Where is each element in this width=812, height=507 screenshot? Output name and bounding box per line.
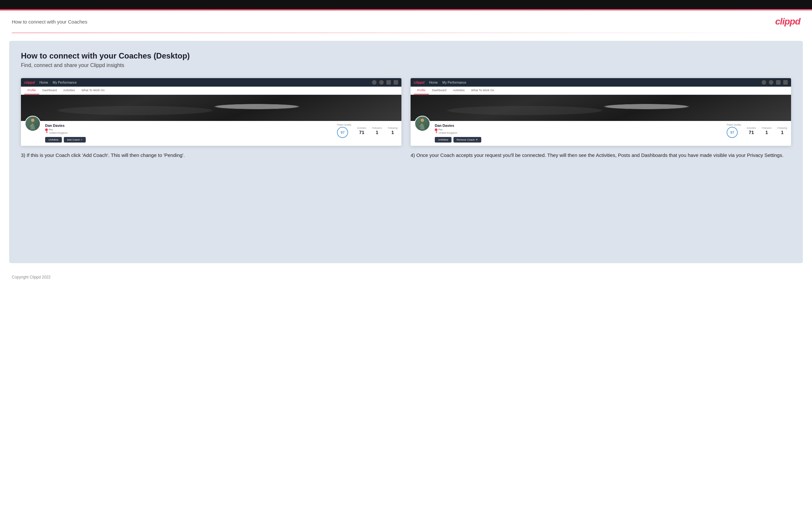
screens-row: clippd Home My Performance Profile xyxy=(21,78,791,159)
screen-1-col: clippd Home My Performance Profile xyxy=(21,78,401,159)
logo: clippd xyxy=(775,16,800,27)
activities-value-1: 71 xyxy=(357,130,366,135)
location-icon: 📍 xyxy=(45,131,48,134)
screen2-player-name: Dan Davies xyxy=(435,123,722,127)
followers-value-2: 1 xyxy=(762,130,771,135)
activities-label-2: Activities xyxy=(747,127,756,129)
screen2-location-label: United Kingdom xyxy=(439,131,457,134)
settings-icon-2[interactable] xyxy=(776,80,780,84)
screen1-avatar-wrap xyxy=(25,116,41,131)
screen1-location-label: United Kingdom xyxy=(49,131,68,134)
screen1-avatar xyxy=(25,116,41,131)
screen1-nav-home[interactable]: Home xyxy=(39,81,48,84)
badge-dot-icon xyxy=(45,128,48,131)
followers-value-1: 1 xyxy=(372,130,382,135)
golfer-icon-2 xyxy=(417,118,427,129)
tab-profile-1[interactable]: Profile xyxy=(24,87,39,95)
screen1-profile-tabs: Profile Dashboard Activities What To Wor… xyxy=(21,87,401,95)
pq-label-1: Player Quality xyxy=(337,123,351,126)
screen1-nav-icons xyxy=(372,80,398,84)
svg-point-1 xyxy=(421,119,424,122)
screen1-banner xyxy=(21,95,401,121)
followers-label-1: Followers xyxy=(372,127,382,129)
remove-coach-button[interactable]: Remove Coach ✕ xyxy=(453,137,481,143)
screen2-banner xyxy=(411,95,791,121)
screen2-action-buttons: Unfollow Remove Coach ✕ xyxy=(435,137,722,143)
unfollow-button-1[interactable]: Unfollow xyxy=(45,137,62,143)
tab-activities-2[interactable]: Activities xyxy=(450,87,468,95)
step3-description: 3) If this is your Coach click 'Add Coac… xyxy=(21,152,401,159)
user-icon-2[interactable] xyxy=(769,80,773,84)
profile-icon[interactable] xyxy=(394,80,398,84)
screen1-nav-performance[interactable]: My Performance xyxy=(53,81,77,84)
location-icon-2: 📍 xyxy=(435,131,438,134)
add-coach-button[interactable]: Add Coach + xyxy=(64,137,86,143)
following-label-1: Following xyxy=(388,127,398,129)
screen1-stats: Player Quality 97 Activities 71 Follower… xyxy=(337,123,398,138)
tab-profile-2[interactable]: Profile xyxy=(414,87,429,95)
header-divider xyxy=(12,33,800,33)
screen2-nav-bar: clippd Home My Performance xyxy=(411,78,791,87)
main-title: How to connect with your Coaches (Deskto… xyxy=(21,51,791,60)
screen1-activities-stat: Activities 71 xyxy=(357,127,366,135)
x-icon: ✕ xyxy=(476,138,478,141)
screen2-nav-icons xyxy=(762,80,788,84)
screen-1-browser: clippd Home My Performance Profile xyxy=(21,78,401,146)
screen1-badge-label: Pro xyxy=(49,128,53,131)
search-icon[interactable] xyxy=(372,80,376,84)
user-icon[interactable] xyxy=(379,80,384,84)
screen2-profile-info: Dan Davies Pro 📍 United Kingdom Unfollow xyxy=(411,121,791,146)
screen2-name-section: Dan Davies Pro 📍 United Kingdom Unfollow xyxy=(435,123,722,143)
screen2-avatar-wrap xyxy=(414,116,430,131)
screen-2-col: clippd Home My Performance Profile xyxy=(411,78,791,159)
screen1-followers-stat: Followers 1 xyxy=(372,127,382,135)
badge-dot-icon-2 xyxy=(435,128,438,131)
screen2-player-quality: Player Quality 97 xyxy=(727,123,741,138)
following-label-2: Following xyxy=(777,127,787,129)
golfer-icon xyxy=(28,118,38,129)
remove-coach-label: Remove Coach xyxy=(457,138,475,141)
tab-dashboard-2[interactable]: Dashboard xyxy=(429,87,450,95)
screen1-action-buttons: Unfollow Add Coach + xyxy=(45,137,333,143)
tab-what-to-work-on-1[interactable]: What To Work On xyxy=(78,87,108,95)
plus-icon: + xyxy=(81,138,83,141)
screen1-nav-links: Home My Performance xyxy=(39,81,77,84)
activities-label-1: Activities xyxy=(357,127,366,129)
unfollow-button-2[interactable]: Unfollow xyxy=(435,137,452,143)
page-title: How to connect with your Coaches xyxy=(12,19,87,24)
screen2-nav-home[interactable]: Home xyxy=(429,81,438,84)
step4-description: 4) Once your Coach accepts your request … xyxy=(411,152,791,159)
profile-icon-2[interactable] xyxy=(783,80,788,84)
screen2-following-stat: Following 1 xyxy=(777,127,787,135)
screen2-stats: Player Quality 97 Activities 71 Follower… xyxy=(727,123,787,138)
screen-2-browser: clippd Home My Performance Profile xyxy=(411,78,791,146)
screen2-nav-performance[interactable]: My Performance xyxy=(442,81,466,84)
search-icon-2[interactable] xyxy=(762,80,766,84)
screen1-profile-info: Dan Davies Pro 📍 United Kingdom Unfollow xyxy=(21,121,401,146)
tab-what-to-work-on-2[interactable]: What To Work On xyxy=(468,87,498,95)
screen2-profile-tabs: Profile Dashboard Activities What To Wor… xyxy=(411,87,791,95)
tab-dashboard-1[interactable]: Dashboard xyxy=(39,87,60,95)
screen1-player-quality: Player Quality 97 xyxy=(337,123,351,138)
copyright-text: Copyright Clippd 2022 xyxy=(12,275,51,280)
screen1-player-badge: Pro xyxy=(45,128,333,131)
screen1-name-section: Dan Davies Pro 📍 United Kingdom Unfollow xyxy=(45,123,333,143)
svg-point-0 xyxy=(31,119,34,122)
settings-icon[interactable] xyxy=(386,80,391,84)
screen1-following-stat: Following 1 xyxy=(388,127,398,135)
following-value-2: 1 xyxy=(777,130,787,135)
top-bar xyxy=(0,0,812,9)
add-coach-label: Add Coach xyxy=(67,138,80,141)
screen1-player-name: Dan Davies xyxy=(45,123,333,127)
screen2-badge-label: Pro xyxy=(439,128,442,131)
screen2-nav-links: Home My Performance xyxy=(429,81,466,84)
tab-activities-1[interactable]: Activities xyxy=(60,87,79,95)
screen1-nav-bar: clippd Home My Performance xyxy=(21,78,401,87)
following-value-1: 1 xyxy=(388,130,398,135)
pq-circle-2: 97 xyxy=(727,127,738,138)
screen1-player-location: 📍 United Kingdom xyxy=(45,131,333,134)
main-content: How to connect with your Coaches (Deskto… xyxy=(9,41,803,263)
screen2-player-location: 📍 United Kingdom xyxy=(435,131,722,134)
screen2-activities-stat: Activities 71 xyxy=(747,127,756,135)
screen2-avatar xyxy=(414,116,430,131)
